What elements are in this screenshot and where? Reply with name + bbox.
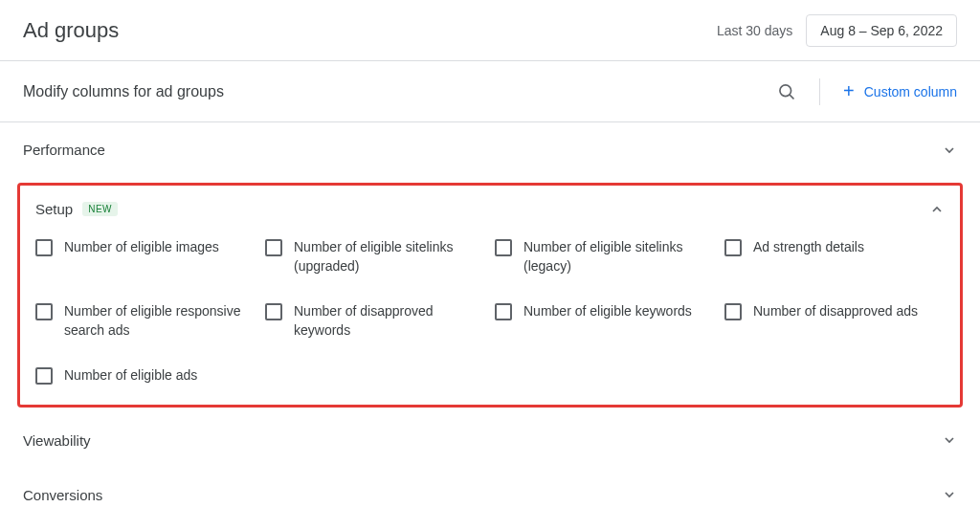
checkbox-label: Number of disapproved keywords (294, 302, 485, 340)
section-setup-highlighted: Setup NEW Number of eligible images Numb… (17, 183, 963, 408)
svg-line-1 (790, 95, 793, 99)
page-title: Ad groups (23, 18, 119, 43)
checkbox-label: Number of eligible images (64, 238, 219, 257)
custom-column-label: Custom column (864, 84, 957, 99)
section-header-viewability[interactable]: Viewability (23, 432, 957, 449)
subheader-actions: + Custom column (777, 78, 957, 105)
setup-columns-grid: Number of eligible images Number of elig… (26, 231, 954, 386)
section-conversions: Conversions (0, 468, 980, 522)
checkbox-label: Number of eligible sitelinks (upgraded) (294, 238, 485, 276)
checkbox[interactable] (495, 303, 512, 320)
plus-icon: + (843, 80, 855, 102)
custom-column-button[interactable]: + Custom column (843, 80, 957, 102)
column-option[interactable]: Number of eligible sitelinks (legacy) (495, 238, 715, 276)
checkbox-label: Number of disapproved ads (753, 302, 918, 321)
section-title-setup: Setup NEW (35, 201, 118, 217)
search-icon[interactable] (777, 82, 796, 101)
section-title-performance: Performance (23, 142, 105, 158)
checkbox[interactable] (495, 239, 512, 256)
column-option[interactable]: Number of eligible sitelinks (upgraded) (265, 238, 485, 276)
setup-title-text: Setup (35, 201, 73, 217)
date-range-picker[interactable]: Aug 8 – Sep 6, 2022 (806, 14, 957, 47)
checkbox[interactable] (265, 239, 282, 256)
date-range-value: Aug 8 – Sep 6, 2022 (820, 23, 943, 38)
column-option[interactable]: Number of disapproved ads (724, 302, 945, 340)
checkbox[interactable] (35, 303, 53, 320)
column-option[interactable]: Ad strength details (724, 238, 945, 276)
chevron-down-icon (942, 487, 957, 502)
content: Performance Setup NEW Number of eligible… (0, 122, 980, 522)
date-range-area: Last 30 days Aug 8 – Sep 6, 2022 (717, 14, 957, 47)
section-header-conversions[interactable]: Conversions (23, 487, 957, 503)
checkbox-label: Number of eligible ads (64, 366, 197, 386)
date-range-label: Last 30 days (717, 23, 792, 38)
column-option[interactable]: Number of eligible images (35, 238, 256, 276)
svg-point-0 (780, 84, 791, 96)
checkbox[interactable] (724, 239, 742, 256)
top-header: Ad groups Last 30 days Aug 8 – Sep 6, 20… (0, 0, 980, 61)
checkbox[interactable] (35, 367, 53, 385)
chevron-down-icon (942, 432, 957, 448)
column-option[interactable]: Number of disapproved keywords (265, 302, 485, 340)
checkbox[interactable] (35, 239, 53, 256)
section-header-setup[interactable]: Setup NEW (26, 201, 954, 231)
subheader: Modify columns for ad groups + Custom co… (0, 61, 980, 122)
checkbox[interactable] (724, 303, 742, 320)
section-title-viewability: Viewability (23, 432, 91, 449)
section-viewability: Viewability (0, 413, 980, 468)
checkbox-label: Ad strength details (753, 238, 864, 257)
checkbox[interactable] (265, 303, 282, 320)
section-header-performance[interactable]: Performance (23, 142, 957, 158)
chevron-down-icon (942, 143, 957, 158)
section-title-conversions: Conversions (23, 487, 102, 503)
subheader-title: Modify columns for ad groups (23, 83, 224, 100)
new-badge: NEW (82, 202, 118, 216)
checkbox-label: Number of eligible keywords (523, 302, 692, 321)
checkbox-label: Number of eligible sitelinks (legacy) (523, 238, 715, 276)
section-performance: Performance (0, 122, 980, 177)
chevron-up-icon (929, 202, 945, 217)
column-option[interactable]: Number of eligible ads (35, 366, 256, 386)
column-option[interactable]: Number of eligible keywords (495, 302, 715, 340)
checkbox-label: Number of eligible responsive search ads (64, 302, 256, 340)
column-option[interactable]: Number of eligible responsive search ads (35, 302, 256, 340)
divider (819, 78, 820, 105)
